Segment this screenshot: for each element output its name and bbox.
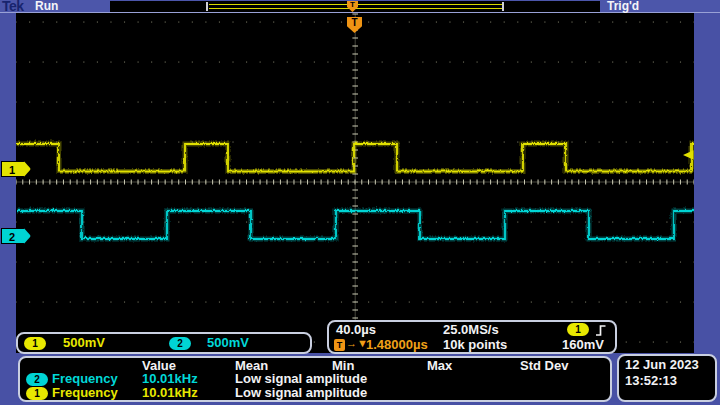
time-value: 13:52:13: [625, 373, 677, 388]
trigger-delay-flag-icon: T: [334, 339, 345, 351]
waveform-display: T: [16, 13, 694, 353]
measurement-value: 10.01kHz: [142, 371, 198, 386]
ch2-scale: 500mV: [207, 335, 249, 350]
measurement-note: Low signal amplitude: [235, 371, 367, 386]
ch1-scale: 500mV: [63, 335, 105, 350]
tek-logo: Tek: [2, 0, 24, 14]
record-view: T: [110, 1, 600, 12]
oscilloscope-screen: Tek Run T Trig'd T 1 2 1: [0, 0, 720, 405]
col-header-stddev: Std Dev: [520, 358, 568, 373]
graticule-and-traces: [16, 13, 694, 353]
trigger-status: Trig'd: [607, 0, 639, 13]
delay-arrow-icon: →▼: [346, 337, 368, 349]
trigger-position-flag-icon: T: [347, 1, 358, 12]
graticule-grid: [16, 14, 694, 352]
ch1-badge: 1: [24, 337, 46, 350]
top-status-bar: Tek Run T Trig'd: [0, 0, 720, 13]
rising-edge-icon: [594, 323, 609, 337]
record-window-right-bracket: [502, 2, 504, 11]
col-header-max: Max: [427, 358, 452, 373]
horizontal-scale: 40.0µs: [336, 322, 376, 337]
ch1-badge: 1: [26, 387, 48, 400]
acquisition-status: Run: [35, 0, 58, 13]
sample-rate: 25.0MS/s: [443, 322, 499, 337]
measurement-name: Frequency: [52, 371, 118, 386]
channel-scale-readout: 1 500mV 2 500mV: [16, 332, 312, 354]
measurement-name: Frequency: [52, 385, 118, 400]
measurement-table: Value Mean Min Max Std Dev 2 Frequency 1…: [18, 356, 612, 402]
record-length: 10k points: [443, 337, 507, 352]
ch2-badge: 2: [169, 337, 191, 350]
trigger-source-badge: 1: [567, 323, 589, 336]
trigger-delay-value: 1.48000µs: [366, 337, 428, 352]
datetime-readout: 12 Jun 2023 13:52:13: [617, 354, 717, 402]
trigger-level-arrow: [683, 150, 694, 160]
measurement-note: Low signal amplitude: [235, 385, 367, 400]
ch2-badge: 2: [26, 373, 48, 386]
trigger-level-value: 160mV: [562, 337, 604, 352]
measurement-value: 10.01kHz: [142, 385, 198, 400]
record-window-left-bracket: [206, 2, 208, 11]
date-value: 12 Jun 2023: [625, 357, 699, 372]
timebase-trigger-readout: 40.0µs 25.0MS/s 1 T →▼ 1.48000µs 10k poi…: [327, 320, 617, 354]
